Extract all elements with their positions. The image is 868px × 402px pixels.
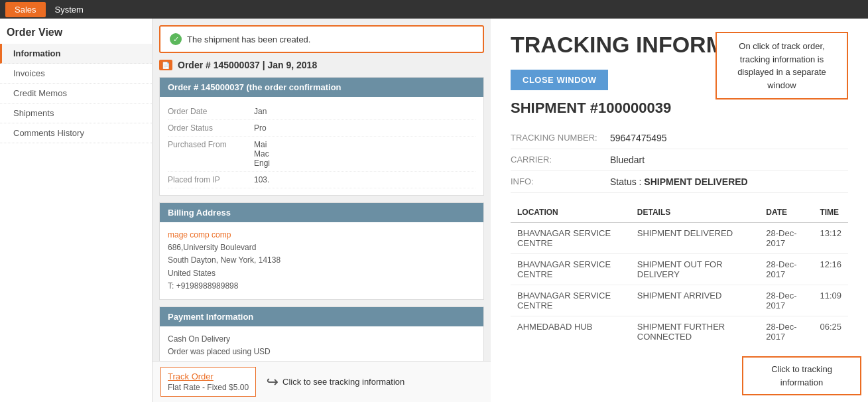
billing-address-body: mage comp comp 686,University Boulevard … <box>160 222 483 299</box>
purchased-from-value: MaiMacEngi <box>254 140 475 168</box>
billing-street: 686,University Boulevard <box>168 243 256 252</box>
cell-date: 28-Dec-2017 <box>759 254 813 285</box>
cell-location: BHAVNAGAR SERVICE CENTRE <box>511 285 631 316</box>
main-layout: Order View Information Invoices Credit M… <box>0 19 868 402</box>
tracking-fields: TRACKING NUMBER: 59647475495 CARRIER: Bl… <box>511 127 848 193</box>
arrow-icon: ↩ <box>267 373 279 391</box>
bottom-tracking-callout: Click to tracking information <box>742 356 861 395</box>
cell-time: 12:16 <box>813 254 848 285</box>
col-details: DETAILS <box>631 202 759 223</box>
order-status-value: Pro <box>254 123 475 133</box>
info-row-placed-ip: Placed from IP 103. <box>168 172 475 188</box>
cell-time: 11:09 <box>813 285 848 316</box>
placed-ip-label: Placed from IP <box>168 175 254 184</box>
bottom-bar: Track Order Flat Rate - Fixed $5.00 ↩ Cl… <box>153 361 491 402</box>
carrier-value: Bluedart <box>610 155 848 165</box>
cell-date: 28-Dec-2017 <box>759 285 813 316</box>
success-icon: ✓ <box>170 33 182 45</box>
billing-city: South Dayton, New York, 14138 <box>168 255 280 265</box>
billing-phone: T: +9198988989898 <box>168 281 238 291</box>
sidebar-item-information[interactable]: Information <box>0 44 152 64</box>
billing-address-header: Billing Address <box>160 203 483 222</box>
tracking-panel: On click of track order, tracking inform… <box>491 19 868 402</box>
purchased-from-label: Purchased From <box>168 140 254 168</box>
order-details-body: Order Date Jan Order Status Pro Purchase… <box>160 97 483 195</box>
order-date-label: Order Date <box>168 107 254 116</box>
carrier-label: CARRIER: <box>511 155 610 165</box>
sidebar-item-shipments[interactable]: Shipments <box>0 103 152 123</box>
cell-date: 28-Dec-2017 <box>759 223 813 254</box>
tracking-number-label: TRACKING NUMBER: <box>511 133 610 143</box>
payment-section: Payment Information Cash On Delivery Ord… <box>159 306 484 366</box>
order-status-label: Order Status <box>168 123 254 133</box>
tracking-table: LOCATION DETAILS DATE TIME BHAVNAGAR SER… <box>511 202 848 347</box>
nav-tab-sales[interactable]: Sales <box>5 2 46 17</box>
table-row: BHAVNAGAR SERVICE CENTRESHIPMENT DELIVER… <box>511 223 848 254</box>
payment-method: Cash On Delivery <box>168 333 475 346</box>
order-content: ✓ The shipment has been created. 📄 Order… <box>153 19 491 379</box>
sidebar: Order View Information Invoices Credit M… <box>0 19 153 402</box>
billing-name-link[interactable]: mage comp comp <box>168 230 231 239</box>
billing-country: United States <box>168 269 216 278</box>
cell-time: 06:25 <box>813 316 848 348</box>
info-row-order-status: Order Status Pro <box>168 120 475 137</box>
content-area: ✓ The shipment has been created. 📄 Order… <box>153 19 491 402</box>
cell-date: 28-Dec-2017 <box>759 316 813 348</box>
top-nav: Sales System <box>0 0 868 19</box>
status-prefix: Status : <box>610 176 644 187</box>
order-header: 📄 Order # 145000037 | Jan 9, 2018 <box>159 60 484 70</box>
cell-location: BHAVNAGAR SERVICE CENTRE <box>511 254 631 285</box>
success-text: The shipment has been created. <box>187 34 310 44</box>
cell-location: BHAVNAGAR SERVICE CENTRE <box>511 223 631 254</box>
tracking-info-callout: On click of track order, tracking inform… <box>715 32 848 100</box>
sidebar-item-credit-memos[interactable]: Credit Memos <box>0 84 152 103</box>
cell-location: AHMEDABAD HUB <box>511 316 631 348</box>
click-tracking-text: Click to see tracking information <box>282 377 404 387</box>
order-icon: 📄 <box>159 60 172 70</box>
col-date: DATE <box>759 202 813 223</box>
track-shipping-text: Flat Rate - Fixed $5.00 <box>168 383 249 392</box>
cell-details: SHIPMENT ARRIVED <box>631 285 759 316</box>
success-message: ✓ The shipment has been created. <box>159 25 484 53</box>
table-row: AHMEDABAD HUBSHIPMENT FURTHER CONNECTED2… <box>511 316 848 348</box>
carrier-row: CARRIER: Bluedart <box>511 149 848 171</box>
sidebar-item-comments-history[interactable]: Comments History <box>0 123 152 143</box>
info-label: INFO: <box>511 176 610 186</box>
col-time: TIME <box>813 202 848 223</box>
cell-details: SHIPMENT FURTHER CONNECTED <box>631 316 759 348</box>
info-row-order-date: Order Date Jan <box>168 103 475 120</box>
tracking-number-row: TRACKING NUMBER: 59647475495 <box>511 127 848 149</box>
status-value: SHIPMENT DELIVERED <box>644 176 747 187</box>
track-order-link[interactable]: Track Order <box>168 371 249 381</box>
order-details-section: Order # 145000037 (the order confirmatio… <box>159 77 484 196</box>
table-row: BHAVNAGAR SERVICE CENTRESHIPMENT ARRIVED… <box>511 285 848 316</box>
shipment-number: SHIPMENT #100000039 <box>511 100 848 117</box>
arrow-callout: ↩ Click to see tracking information <box>267 373 404 391</box>
tracking-number-value: 59647475495 <box>610 133 848 143</box>
col-location: LOCATION <box>511 202 631 223</box>
table-header-row: LOCATION DETAILS DATE TIME <box>511 202 848 223</box>
order-details-header: Order # 145000037 (the order confirmatio… <box>160 78 483 97</box>
info-row-purchased-from: Purchased From MaiMacEngi <box>168 137 475 172</box>
sidebar-title: Order View <box>0 19 152 44</box>
info-row: INFO: Status : SHIPMENT DELIVERED <box>511 171 848 193</box>
track-order-box: Track Order Flat Rate - Fixed $5.00 <box>160 367 256 397</box>
sidebar-item-invoices[interactable]: Invoices <box>0 64 152 84</box>
payment-note: Order was placed using USD <box>168 346 475 358</box>
cell-time: 13:12 <box>813 223 848 254</box>
cell-details: SHIPMENT DELIVERED <box>631 223 759 254</box>
close-window-button[interactable]: CLOSE WINDOW <box>511 70 608 90</box>
nav-tab-system[interactable]: System <box>46 2 93 17</box>
placed-ip-value: 103. <box>254 175 475 184</box>
billing-address-content: mage comp comp 686,University Boulevard … <box>168 229 475 293</box>
order-header-text: Order # 145000037 | Jan 9, 2018 <box>178 60 317 70</box>
cell-details: SHIPMENT OUT FOR DELIVERY <box>631 254 759 285</box>
order-date-value: Jan <box>254 107 475 116</box>
payment-body: Cash On Delivery Order was placed using … <box>160 326 483 365</box>
info-value: Status : SHIPMENT DELIVERED <box>610 176 848 187</box>
billing-address-section: Billing Address mage comp comp 686,Unive… <box>159 202 484 300</box>
table-row: BHAVNAGAR SERVICE CENTRESHIPMENT OUT FOR… <box>511 254 848 285</box>
payment-header: Payment Information <box>160 307 483 326</box>
